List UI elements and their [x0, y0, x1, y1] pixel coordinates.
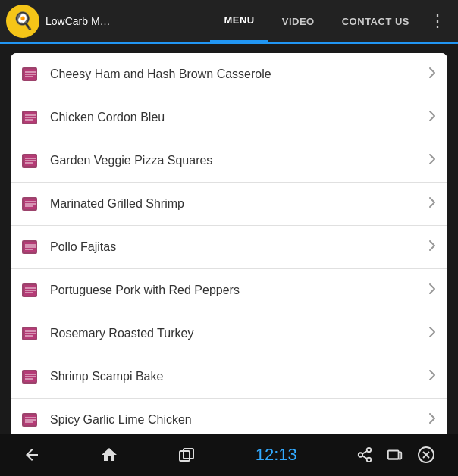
recipe-icon — [20, 409, 41, 431]
menu-item-label: Chicken Cordon Bleu — [50, 111, 426, 124]
menu-item[interactable]: Shrimp Scampi Bake — [11, 355, 447, 399]
system-clock: 12:13 — [256, 445, 297, 465]
nav-tabs: MENU VIDEO CONTACT US — [114, 0, 423, 42]
recipe-icon — [20, 323, 41, 344]
recents-button[interactable] — [177, 446, 196, 464]
menu-item[interactable]: Chicken Cordon Bleu — [11, 96, 447, 139]
chevron-right-icon — [426, 153, 438, 169]
recipe-icon — [20, 150, 41, 171]
chevron-right-icon — [426, 369, 438, 385]
chevron-right-icon — [426, 240, 438, 255]
system-icons-right — [356, 446, 435, 464]
app-title: LowCarb Mai... — [45, 15, 114, 27]
app-logo: 🍳 — [6, 5, 39, 38]
recipe-icon — [20, 280, 41, 301]
svg-point-49 — [367, 458, 372, 462]
chevron-right-icon — [426, 67, 438, 83]
recipe-icon — [20, 193, 41, 215]
menu-item[interactable]: Cheesy Ham and Hash Brown Casserole — [11, 53, 447, 96]
svg-point-47 — [367, 448, 372, 453]
chevron-right-icon — [426, 326, 438, 342]
close-icon[interactable] — [417, 446, 435, 464]
svg-rect-52 — [388, 451, 399, 459]
share-icon[interactable] — [356, 446, 373, 463]
menu-item-label: Pollo Fajitas — [50, 240, 426, 254]
svg-point-48 — [359, 453, 363, 457]
svg-line-50 — [362, 456, 367, 459]
menu-item-label: Rosemary Roasted Turkey — [50, 327, 426, 340]
tab-contact[interactable]: CONTACT US — [328, 0, 423, 42]
menu-item[interactable]: Spicy Garlic Lime Chicken — [11, 399, 447, 434]
home-button[interactable] — [100, 446, 118, 464]
top-navigation-bar: 🍳 LowCarb Mai... MENU VIDEO CONTACT US ⋮ — [0, 0, 458, 44]
recipe-icon — [20, 107, 41, 128]
menu-item[interactable]: Marinated Grilled Shrimp — [11, 183, 447, 226]
chevron-right-icon — [426, 196, 438, 212]
menu-item-label: Portuguese Pork with Red Peppers — [50, 283, 426, 297]
more-options-button[interactable]: ⋮ — [423, 11, 452, 31]
menu-item[interactable]: Pollo Fajitas — [11, 226, 447, 269]
menu-item-label: Garden Veggie Pizza Squares — [50, 154, 426, 168]
menu-item[interactable]: Rosemary Roasted Turkey — [11, 312, 447, 355]
menu-list-card: Cheesy Ham and Hash Brown Casserole Chic… — [11, 53, 447, 434]
recipe-icon — [20, 236, 41, 258]
svg-line-51 — [362, 451, 367, 454]
menu-item[interactable]: Garden Veggie Pizza Squares — [11, 139, 447, 183]
chevron-right-icon — [426, 283, 438, 299]
recipe-icon — [20, 64, 41, 85]
tab-video[interactable]: VIDEO — [268, 0, 328, 42]
main-content: Cheesy Ham and Hash Brown Casserole Chic… — [0, 44, 458, 434]
tab-menu[interactable]: MENU — [210, 0, 268, 42]
cast-icon[interactable] — [387, 446, 403, 463]
menu-item-label: Cheesy Ham and Hash Brown Casserole — [50, 67, 426, 81]
back-button[interactable] — [23, 446, 41, 464]
chevron-right-icon — [426, 110, 438, 126]
svg-rect-46 — [184, 449, 193, 459]
menu-item-label: Marinated Grilled Shrimp — [50, 197, 426, 211]
chevron-right-icon — [426, 412, 438, 428]
menu-item-label: Spicy Garlic Lime Chicken — [50, 413, 426, 427]
menu-item-label: Shrimp Scampi Bake — [50, 370, 426, 384]
recipe-icon — [20, 366, 41, 387]
menu-item[interactable]: Portuguese Pork with Red Peppers — [11, 269, 447, 312]
bottom-system-bar: 12:13 — [0, 434, 458, 476]
svg-rect-45 — [180, 451, 190, 461]
